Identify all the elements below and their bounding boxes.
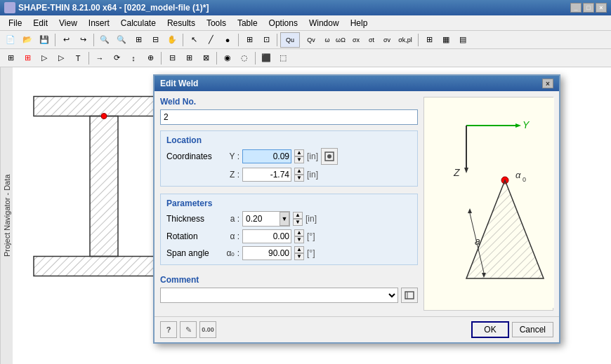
t2-btn2[interactable]: ⊞ <box>20 50 35 66</box>
t2-btn7[interactable]: ⟳ <box>109 50 124 66</box>
span-angle-input[interactable] <box>242 246 291 260</box>
menu-table[interactable]: Table <box>232 17 263 29</box>
weld-no-label: Weld No. <box>160 97 418 107</box>
comment-dropdown[interactable] <box>160 288 398 303</box>
redo-button[interactable]: ↪ <box>75 32 91 48</box>
cancel-button[interactable]: Cancel <box>512 322 553 337</box>
menu-tools[interactable]: Tools <box>201 17 232 29</box>
menu-results[interactable]: Results <box>162 17 201 29</box>
edit-button[interactable]: ✎ <box>180 321 197 338</box>
dialog-close-button[interactable]: × <box>542 79 553 88</box>
open-button[interactable]: 📂 <box>20 32 35 48</box>
zoom-out-button[interactable]: 🔍 <box>114 32 129 48</box>
menu-calculate[interactable]: Calculate <box>115 17 162 29</box>
menu-options[interactable]: Options <box>263 17 303 29</box>
t2-btn8[interactable]: ↕ <box>126 50 141 66</box>
span-angle-label: Span angle <box>166 248 223 258</box>
z-spin-down[interactable]: ▼ <box>294 175 304 182</box>
result2-button[interactable]: ▦ <box>438 32 454 48</box>
ok-button[interactable]: OK <box>471 321 508 338</box>
rotation-spin-down[interactable]: ▼ <box>294 236 304 243</box>
table7-button[interactable]: σv <box>380 32 394 48</box>
dialog-footer: ? ✎ 0.00 OK Cancel <box>155 316 559 342</box>
span-angle-spin-down[interactable]: ▼ <box>294 253 304 260</box>
new-button[interactable]: 📄 <box>3 32 18 48</box>
y-label: Y : <box>225 151 239 161</box>
thickness-label: Thickness <box>166 214 223 224</box>
t2-btn6[interactable]: → <box>92 50 107 66</box>
close-button[interactable]: × <box>596 3 607 13</box>
t2-btn3[interactable]: ▷ <box>37 50 52 66</box>
thickness-spin-up[interactable]: ▲ <box>293 212 303 219</box>
node-button[interactable]: ● <box>220 32 235 48</box>
sep4 <box>238 34 239 46</box>
menu-edit[interactable]: Edit <box>27 17 53 29</box>
menu-view[interactable]: View <box>53 17 83 29</box>
zoom-window-button[interactable]: ⊟ <box>147 32 163 48</box>
t2-btn15[interactable]: ⬛ <box>258 50 274 66</box>
menu-help[interactable]: Help <box>345 17 374 29</box>
table3-button[interactable]: ω <box>322 32 332 48</box>
select-button[interactable]: ↖ <box>186 32 202 48</box>
comment-library-button[interactable] <box>401 288 418 303</box>
z-input[interactable] <box>242 168 291 182</box>
thickness-spinners: ▲ ▼ <box>293 212 303 226</box>
menu-insert[interactable]: Insert <box>83 17 115 29</box>
zoom-in-button[interactable]: 🔍 <box>97 32 112 48</box>
t2-btn13[interactable]: ◉ <box>220 50 235 66</box>
y-input[interactable] <box>242 149 291 163</box>
line-button[interactable]: ╱ <box>203 32 218 48</box>
coord-z-row: Z : ▲ ▼ [in] <box>166 168 412 182</box>
thickness-spin-down[interactable]: ▼ <box>293 219 303 226</box>
table1-button[interactable]: Qu <box>280 32 300 48</box>
table6-button[interactable]: σt <box>364 32 379 48</box>
t2-btn5[interactable]: T <box>70 50 86 66</box>
t2-sep4 <box>255 52 256 65</box>
thickness-input[interactable]: 0.20 <box>243 212 280 226</box>
z-label: Z : <box>225 170 239 180</box>
rotation-spin-up[interactable]: ▲ <box>294 229 304 236</box>
undo-button[interactable]: ↩ <box>58 32 74 48</box>
table2-button[interactable]: Qv <box>301 32 321 48</box>
t2-btn10[interactable]: ⊟ <box>164 50 180 66</box>
parameters-section: Parameters Thickness a : 0.20 ▼ <box>160 194 418 265</box>
rotation-input[interactable] <box>242 229 291 243</box>
t2-btn9[interactable]: ⊕ <box>143 50 158 66</box>
canvas-area[interactable]: Edit Weld × Weld No. Location <box>13 67 611 364</box>
menu-file[interactable]: File <box>3 17 27 29</box>
save-button[interactable]: 💾 <box>37 32 52 48</box>
svg-point-6 <box>327 154 331 159</box>
pan-button[interactable]: ✋ <box>164 32 180 48</box>
t2-btn12[interactable]: ⊠ <box>198 50 213 66</box>
svg-text:0: 0 <box>523 176 526 183</box>
svg-rect-2 <box>90 116 118 257</box>
result3-button[interactable]: ▤ <box>455 32 471 48</box>
y-spin-down[interactable]: ▼ <box>294 156 304 163</box>
span-angle-spin-up[interactable]: ▲ <box>294 246 304 253</box>
t2-btn14[interactable]: ◌ <box>237 50 252 66</box>
menu-window[interactable]: Window <box>303 17 345 29</box>
minimize-button[interactable]: _ <box>570 3 582 13</box>
y-spin-up[interactable]: ▲ <box>294 149 304 156</box>
t2-btn1[interactable]: ⊞ <box>3 50 18 66</box>
zoom-all-button[interactable]: ⊞ <box>131 32 146 48</box>
rotation-row: Rotation α : ▲ ▼ [°] <box>166 229 412 243</box>
table8-button[interactable]: σk,pl <box>395 32 415 48</box>
zero-button[interactable]: 0.00 <box>199 321 216 338</box>
snap-button[interactable]: ⊡ <box>258 32 274 48</box>
t2-btn4[interactable]: ▷ <box>53 50 69 66</box>
table4-button[interactable]: ωΩ <box>334 32 348 48</box>
z-spin-up[interactable]: ▲ <box>294 168 304 175</box>
result1-button[interactable]: ⊞ <box>421 32 437 48</box>
t2-btn11[interactable]: ⊞ <box>181 50 197 66</box>
grid-button[interactable]: ⊞ <box>242 32 257 48</box>
table5-button[interactable]: σx <box>349 32 363 48</box>
t2-btn16[interactable]: ⬚ <box>275 50 291 66</box>
help-button[interactable]: ? <box>160 321 177 338</box>
pick-coordinate-button[interactable] <box>321 148 338 165</box>
maximize-button[interactable]: □ <box>583 3 594 13</box>
weld-no-input[interactable] <box>160 109 418 125</box>
help-icon: ? <box>166 325 171 334</box>
thickness-dropdown-arrow[interactable]: ▼ <box>280 212 289 226</box>
titlebar-buttons: _ □ × <box>570 3 607 13</box>
